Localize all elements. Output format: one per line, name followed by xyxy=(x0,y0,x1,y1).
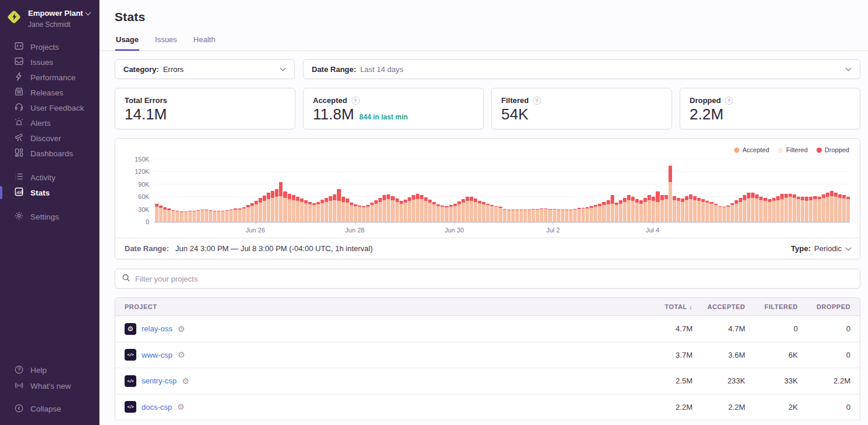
chart-x-axis: Jun 26Jun 28Jun 30Jul 2Jul 4 xyxy=(154,222,849,237)
platform-rust-icon: ⚙ xyxy=(125,323,136,335)
project-settings-gear-icon[interactable]: ⚙ xyxy=(177,403,185,411)
help-circle-icon[interactable]: ? xyxy=(352,97,360,105)
sidebar-item-label: User Feedback xyxy=(30,104,84,112)
sidebar-item-dashboards[interactable]: Dashboards xyxy=(0,146,99,161)
tab-issues[interactable]: Issues xyxy=(154,32,178,51)
date-range-label: Date Range: xyxy=(312,65,356,74)
chart-type-select[interactable]: Type: Periodic xyxy=(791,244,850,253)
sidebar-item-activity[interactable]: Activity xyxy=(0,170,99,185)
sidebar-item-discover[interactable]: Discover xyxy=(0,131,99,146)
legend-item-filtered[interactable]: Filtered xyxy=(778,145,808,155)
card-filtered: Filtered? 54K xyxy=(491,88,672,129)
date-range-value: Last 14 days xyxy=(360,65,404,74)
tab-usage[interactable]: Usage xyxy=(115,32,139,51)
cell-filtered: 2K xyxy=(745,403,798,412)
sidebar-item-settings[interactable]: Settings xyxy=(0,209,99,224)
tab-health[interactable]: Health xyxy=(193,32,216,51)
cell-accepted: 4.7M xyxy=(693,324,745,333)
card-label: Total Errors xyxy=(125,96,167,105)
card-total-errors: Total Errors 14.1M xyxy=(115,88,295,129)
chart-type-label: Type: xyxy=(791,244,811,253)
archive-icon xyxy=(14,87,24,98)
cell-accepted: 233K xyxy=(693,376,745,385)
column-project[interactable]: PROJECT xyxy=(125,303,640,310)
legend-item-dropped[interactable]: Dropped xyxy=(817,145,849,155)
sidebar-item-label: Help xyxy=(30,366,47,375)
project-link[interactable]: www-csp xyxy=(142,351,173,359)
sidebar-item-label: Stats xyxy=(30,188,50,197)
column-accepted[interactable]: ACCEPTED xyxy=(693,303,745,310)
column-dropped[interactable]: DROPPED xyxy=(798,303,850,310)
sidebar-item-alerts[interactable]: Alerts xyxy=(0,115,99,131)
telescope-icon xyxy=(14,132,24,144)
cell-dropped: 2.2M xyxy=(798,376,850,385)
sidebar-item-label: Dashboards xyxy=(30,149,73,158)
sidebar-item-releases[interactable]: Releases xyxy=(0,85,99,100)
dashboards-icon xyxy=(14,148,24,159)
project-settings-gear-icon[interactable]: ⚙ xyxy=(178,325,185,333)
column-total[interactable]: TOTAL ↓ xyxy=(640,303,693,310)
cell-dropped: 0 xyxy=(798,351,850,359)
project-link[interactable]: docs-csp xyxy=(142,403,172,412)
chart-date-range-label: Date Range: xyxy=(125,244,169,253)
category-value: Errors xyxy=(163,65,184,74)
sidebar-item-label: Collapse xyxy=(30,405,61,413)
siren-icon xyxy=(14,117,24,129)
table-row: </> docs-csp ⚙ 2.2M 2.2M 2K 0 xyxy=(115,395,860,421)
sidebar-collapse-button[interactable]: Collapse xyxy=(0,401,99,417)
usage-chart-panel: AcceptedFilteredDropped 030K60K90K120K15… xyxy=(115,138,860,259)
column-filtered[interactable]: FILTERED xyxy=(745,303,798,310)
cell-filtered: 6K xyxy=(745,351,798,359)
sidebar-item-whats-new[interactable]: What's new xyxy=(0,378,99,394)
category-select[interactable]: Category: Errors xyxy=(115,59,295,79)
sidebar-item-projects[interactable]: Projects xyxy=(0,39,99,54)
chart-legend: AcceptedFilteredDropped xyxy=(125,145,849,155)
cell-accepted: 3.6M xyxy=(693,351,745,359)
help-circle-icon[interactable]: ? xyxy=(725,97,733,105)
sidebar-item-issues[interactable]: Issues xyxy=(0,54,99,70)
org-avatar-icon xyxy=(5,8,23,26)
legend-dot-icon xyxy=(734,148,739,153)
cell-total: 2.2M xyxy=(640,403,693,412)
legend-item-accepted[interactable]: Accepted xyxy=(734,145,769,155)
project-link[interactable]: relay-oss xyxy=(142,324,173,333)
score-cards: Total Errors 14.1M Accepted? 11.8M844 in… xyxy=(115,88,860,129)
card-label: Filtered xyxy=(501,96,529,105)
bar-chart-icon xyxy=(14,187,24,198)
sidebar-item-label: Performance xyxy=(30,73,75,82)
chart-date-range-value: Jun 24 3:00 PM — Jul 8 3:00 PM (-04:00 U… xyxy=(175,244,373,253)
card-value: 14.1M xyxy=(125,105,167,124)
table-row: </> sentry-csp ⚙ 2.5M 233K 33K 2.2M xyxy=(115,368,860,395)
cell-dropped: 0 xyxy=(798,403,850,412)
table-header-row: PROJECT TOTAL ↓ ACCEPTED FILTERED DROPPE… xyxy=(115,298,860,316)
help-circle-icon[interactable]: ? xyxy=(533,97,541,105)
cell-filtered: 33K xyxy=(745,376,798,385)
sidebar-item-stats[interactable]: Stats xyxy=(0,185,99,200)
project-link[interactable]: sentry-csp xyxy=(142,376,177,385)
main-content: Stats Usage Issues Health Category: Erro… xyxy=(99,0,868,425)
card-label: Dropped xyxy=(690,96,721,105)
table-row: ⚙ relay-oss ⚙ 4.7M 4.7M 0 0 xyxy=(115,316,860,342)
project-filter-input[interactable] xyxy=(135,275,853,283)
project-settings-gear-icon[interactable]: ⚙ xyxy=(178,351,185,359)
stats-tabs: Usage Issues Health xyxy=(99,32,868,51)
collapse-icon xyxy=(14,403,24,415)
cell-filtered: 0 xyxy=(745,324,798,333)
table-row: </> www-csp ⚙ 3.7M 3.6M 6K 0 xyxy=(115,342,860,369)
cell-total: 4.7M xyxy=(640,324,693,333)
date-range-select[interactable]: Date Range: Last 14 days xyxy=(303,59,860,79)
sidebar-item-performance[interactable]: Performance xyxy=(0,70,99,85)
platform-csp-icon: </> xyxy=(125,375,136,387)
org-switcher[interactable]: Empower Plant Jane Schmidt xyxy=(0,7,99,39)
card-value: 2.2M xyxy=(690,105,724,124)
project-settings-gear-icon[interactable]: ⚙ xyxy=(182,377,190,385)
cell-accepted: 2.2M xyxy=(693,403,745,412)
card-accepted: Accepted? 11.8M844 in last min xyxy=(303,88,484,129)
sidebar-item-help[interactable]: Help xyxy=(0,362,99,378)
activity-list-icon xyxy=(14,172,24,183)
chart-type-value: Periodic xyxy=(814,244,842,253)
chart-bars xyxy=(155,159,849,222)
sidebar-item-user-feedback[interactable]: User Feedback xyxy=(0,100,99,115)
sidebar-item-label: Discover xyxy=(30,134,61,143)
org-user-name: Jane Schmidt xyxy=(28,20,71,29)
